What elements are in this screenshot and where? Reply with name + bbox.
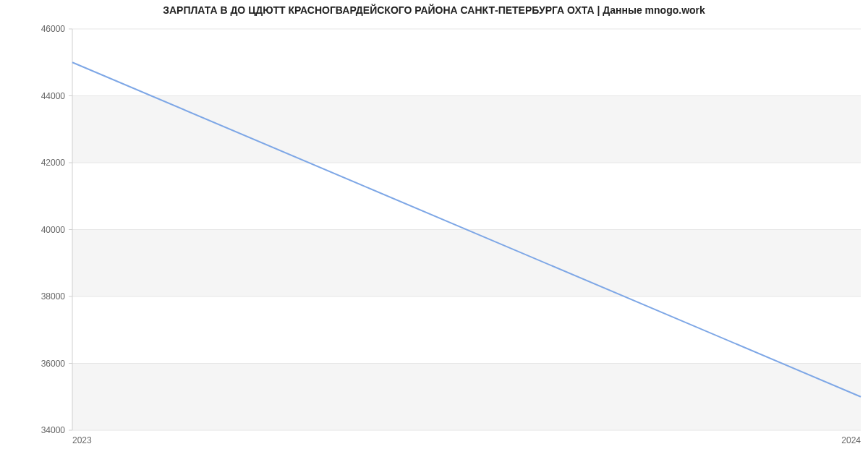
x-axis-ticks: 20232024 xyxy=(72,435,861,445)
chart-svg: 34000360003800040000420004400046000 2023… xyxy=(0,0,868,470)
y-tick-label: 38000 xyxy=(41,291,66,302)
grid-band xyxy=(72,230,861,297)
plot-area: 34000360003800040000420004400046000 2023… xyxy=(41,24,861,445)
x-tick-label: 2024 xyxy=(841,435,861,445)
y-tick-label: 42000 xyxy=(41,158,66,168)
grid-band xyxy=(72,364,861,431)
y-grid-bands xyxy=(72,96,861,431)
salary-line-chart: ЗАРПЛАТА В ДО ЦДЮТТ КРАСНОГВАРДЕЙСКОГО Р… xyxy=(0,0,868,470)
y-tick-label: 34000 xyxy=(41,425,66,435)
y-tick-label: 40000 xyxy=(41,225,66,235)
y-tick-label: 44000 xyxy=(41,91,66,101)
grid-band xyxy=(72,96,861,163)
x-tick-label: 2023 xyxy=(72,435,92,445)
y-tick-label: 46000 xyxy=(41,24,66,34)
y-tick-label: 36000 xyxy=(41,359,66,369)
